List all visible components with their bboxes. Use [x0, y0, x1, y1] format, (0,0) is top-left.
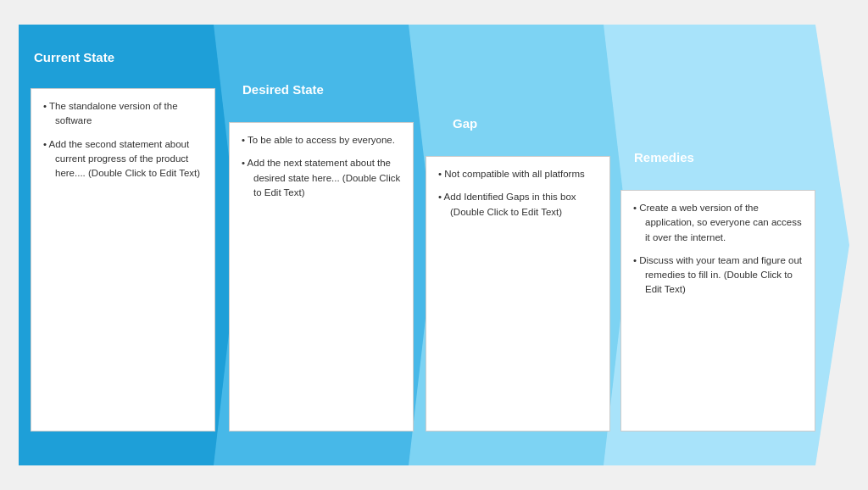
desired-state-list: To be able to access by everyone. Add th… — [242, 133, 401, 200]
list-item: Create a web version of the application,… — [633, 201, 803, 245]
diagram-container: Current State Desired State Gap Remedies… — [19, 25, 849, 465]
panel-desired-state[interactable]: To be able to access by everyone. Add th… — [229, 122, 414, 432]
list-item: The standalone version of the software — [43, 99, 203, 129]
list-item: Add Identified Gaps in this box (Double … — [438, 190, 598, 220]
title-remedies: Remedies — [634, 150, 694, 164]
panel-remedies[interactable]: Create a web version of the application,… — [620, 190, 815, 432]
panel-gap[interactable]: Not compatible with all platforms Add Id… — [426, 156, 610, 432]
panel-current-state[interactable]: The standalone version of the software A… — [31, 88, 215, 432]
title-current-state: Current State — [34, 50, 114, 64]
list-item: Add the second statement about current p… — [43, 137, 203, 181]
list-item: Add the next statement about the desired… — [242, 156, 401, 200]
current-state-list: The standalone version of the software A… — [43, 99, 203, 181]
title-gap: Gap — [453, 116, 477, 131]
gap-list: Not compatible with all platforms Add Id… — [438, 167, 598, 220]
list-item: Not compatible with all platforms — [438, 167, 598, 181]
title-desired-state: Desired State — [242, 82, 324, 97]
list-item: To be able to access by everyone. — [242, 133, 401, 148]
list-item: Discuss with your team and figure out re… — [633, 253, 803, 298]
remedies-list: Create a web version of the application,… — [633, 201, 803, 298]
